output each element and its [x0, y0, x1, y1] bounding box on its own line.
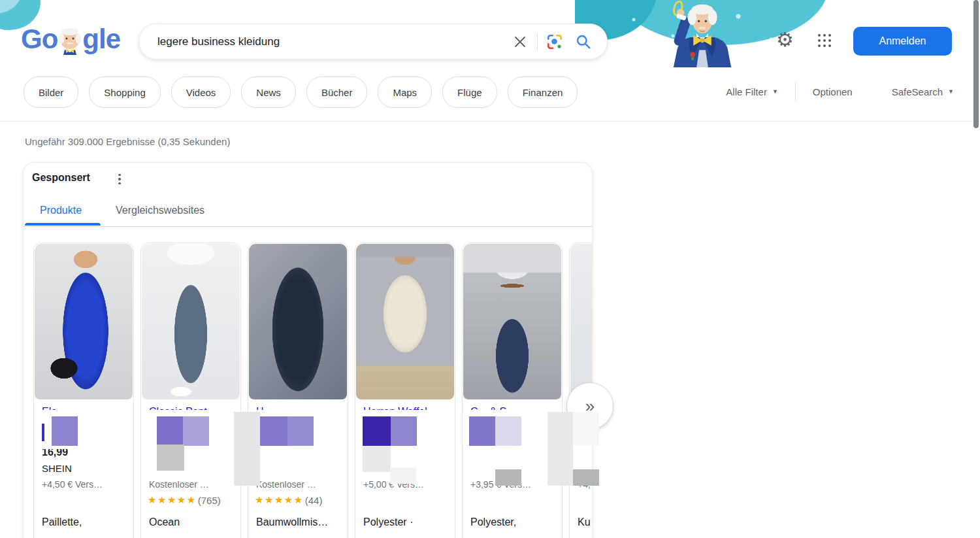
product-image[interactable]	[570, 244, 593, 399]
product-image[interactable]	[463, 244, 561, 399]
chevron-down-icon: ▼	[772, 88, 778, 95]
product-title[interactable]: C... & S...	[470, 405, 557, 410]
product-attribute: Polyester ·	[363, 516, 413, 528]
shipping-info: Kostenloser …	[256, 481, 346, 491]
redaction-box	[495, 416, 521, 446]
more-options-icon[interactable]	[114, 173, 125, 186]
product-card[interactable]: Ele... 16,99 SHEIN +4,50 € Vers… Paillet…	[33, 243, 134, 538]
tab-shopping[interactable]: Shopping	[89, 76, 160, 108]
redaction-box	[363, 446, 391, 472]
options-label: Optionen	[813, 86, 853, 97]
clear-search-icon[interactable]	[506, 27, 534, 56]
product-image[interactable]	[142, 244, 240, 399]
product-attribute: Polyester,	[470, 516, 516, 528]
product-card[interactable]: C... & S... +3,95 € Vers… Polyester,	[462, 243, 563, 538]
merchant-name: SHEIN	[42, 463, 72, 474]
product-rating: ★★★★★ (44)	[255, 494, 322, 506]
redaction-box	[469, 416, 495, 446]
redaction-box	[391, 416, 417, 446]
tab-fluege[interactable]: Flüge	[442, 76, 497, 108]
product-title-line2	[42, 424, 44, 441]
product-attribute: Paillette,	[42, 516, 82, 528]
redaction-box	[495, 469, 521, 486]
redaction-box	[52, 416, 78, 446]
redaction-box	[157, 445, 184, 471]
product-attribute: Ocean	[149, 516, 180, 528]
product-card[interactable]: Classic Pant... Kostenloser … ★★★★★ (765…	[140, 243, 241, 538]
product-attribute: Ku	[578, 516, 591, 528]
product-image[interactable]	[35, 244, 133, 399]
search-submit-icon[interactable]	[569, 27, 598, 56]
google-search-results-page: { "header": { "logo_word_start": "Go", "…	[0, 0, 980, 538]
redaction-box	[390, 467, 416, 484]
all-filters-label: Alle Filter	[726, 86, 767, 97]
product-image[interactable]	[249, 244, 347, 399]
tab-maps[interactable]: Maps	[378, 76, 432, 108]
settings-button[interactable]: ⚙	[776, 30, 794, 50]
star-rating-icon: ★★★★★	[255, 494, 304, 506]
tabs-divider	[24, 226, 592, 227]
redaction-box	[573, 469, 599, 486]
logo-text-start: Go	[21, 24, 57, 55]
options-menu[interactable]: Optionen	[813, 86, 853, 97]
tab-vergleichswebsites[interactable]: Vergleichswebsites	[116, 205, 204, 216]
star-rating-icon: ★★★★★	[148, 494, 197, 506]
signin-button[interactable]: Anmelden	[853, 27, 952, 56]
redaction-box	[547, 412, 573, 486]
redaction-box	[363, 416, 391, 446]
product-title[interactable]: Herren Waffel...	[363, 405, 449, 410]
google-apps-button[interactable]	[818, 34, 831, 47]
tab-videos[interactable]: Videos	[171, 76, 231, 108]
shipping-info: +4,50 € Vers…	[42, 481, 132, 491]
product-attribute: Baumwollmis…	[256, 516, 328, 528]
redaction-box	[260, 416, 287, 446]
redaction-box	[183, 416, 209, 446]
search-bar[interactable]: legere business kleidung	[139, 24, 608, 59]
gear-icon: ⚙	[776, 30, 794, 50]
scrollbar-thumb[interactable]	[973, 0, 979, 128]
redaction-box	[157, 416, 183, 446]
tab-bilder[interactable]: Bilder	[24, 76, 78, 108]
apps-grid-icon	[818, 34, 831, 47]
rating-count: (44)	[305, 495, 323, 506]
results-stats: Ungefähr 309.000 Ergebnisse (0,35 Sekund…	[25, 136, 230, 147]
logo-text-end: gle	[82, 24, 120, 55]
tab-buecher[interactable]: Bücher	[306, 76, 368, 108]
safesearch-label: SafeSearch	[892, 86, 943, 97]
product-rating: ★★★★★ (765)	[148, 494, 221, 506]
product-card[interactable]: Herren Waffel... +5,00 € Vers… Polyester…	[355, 243, 455, 538]
product-price: 16,99	[42, 449, 120, 460]
safesearch-dropdown[interactable]: SafeSearch ▼	[892, 86, 954, 97]
doodle-character[interactable]	[653, 0, 751, 67]
redaction-box	[573, 412, 599, 446]
sponsored-label: Gesponsert	[32, 172, 90, 184]
product-title[interactable]: Ele...	[42, 405, 128, 410]
search-category-tabs: Bilder Shopping Videos News Bücher Maps …	[24, 76, 578, 108]
tab-finanzen[interactable]: Finanzen	[508, 76, 578, 108]
filter-toolbar: Alle Filter ▼ Optionen SafeSearch ▼	[726, 82, 954, 101]
searchbar-divider	[537, 33, 538, 50]
product-card[interactable]: H... Kostenloser … ★★★★★ (44) Baumwollmi…	[248, 243, 348, 538]
rating-count: (765)	[198, 495, 221, 506]
tab-produkte[interactable]: Produkte	[40, 205, 82, 216]
filter-divider	[795, 82, 796, 101]
redaction-box	[287, 416, 314, 446]
product-title[interactable]: H...	[256, 405, 342, 410]
redaction-box	[234, 412, 260, 486]
product-image[interactable]	[356, 244, 454, 399]
google-doodle-logo[interactable]: Go gle	[21, 24, 120, 55]
header-divider	[0, 121, 980, 122]
google-lens-icon[interactable]	[540, 27, 569, 56]
all-filters-dropdown[interactable]: Alle Filter ▼	[726, 86, 777, 97]
doodle-logo-face-icon	[57, 26, 83, 56]
chevron-down-icon: ▼	[948, 88, 954, 95]
search-input[interactable]: legere business kleidung	[157, 35, 506, 48]
shipping-info: Kostenloser …	[149, 481, 239, 491]
product-title[interactable]: Classic Pant...	[149, 405, 235, 410]
tab-news[interactable]: News	[241, 76, 296, 108]
active-tab-underline	[25, 223, 101, 226]
